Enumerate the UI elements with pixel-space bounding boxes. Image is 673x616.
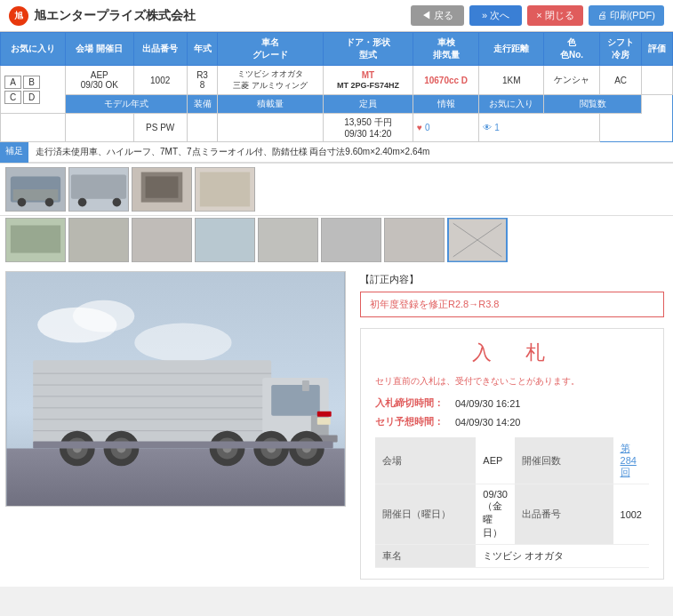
kaikai-label: 開催回数	[515, 437, 613, 484]
view-count-subheader: 閲覧数	[544, 95, 642, 114]
thumb-3[interactable]	[132, 167, 192, 212]
load-subheader: 積載量	[218, 95, 323, 114]
bid-deadline-row: 入札締切時間： 04/09/30 16:21	[375, 396, 649, 410]
load-value	[187, 114, 218, 142]
model-year-value	[1, 114, 66, 142]
abcd-cell: A B C D	[1, 66, 66, 114]
lot-detail-value: 1002	[613, 484, 649, 545]
detail-table: 会場 AEP 開催回数 第284回 開催日（曜日） 09/30（金曜日） 出品番…	[375, 437, 649, 568]
carname-header: 車名グレード	[218, 33, 323, 66]
thumb-10[interactable]	[321, 218, 381, 262]
svg-rect-11	[146, 176, 179, 197]
bid-seri-value: 04/09/30 14:20	[455, 417, 520, 428]
svg-rect-19	[259, 219, 317, 262]
view-count-value: 👁 1	[479, 114, 600, 142]
thumb-8[interactable]	[195, 218, 255, 262]
shift-value: AC	[599, 66, 641, 95]
correction-header: 【訂正内容】	[360, 273, 664, 286]
thumb-4[interactable]	[195, 167, 255, 212]
venue-detail-value: AEP	[476, 437, 515, 484]
venue-value: AEP 09/30 OK	[66, 66, 134, 95]
header-buttons: ◀ 戻る » 次へ × 閉じる 🖨 印刷(PDF)	[411, 5, 664, 26]
thumb-9[interactable]	[258, 218, 318, 262]
color-value: ケンシャ	[544, 66, 600, 95]
bid-title: 入 札	[375, 340, 649, 366]
bid-deadline-value: 04/09/30 16:21	[455, 398, 520, 409]
main-vehicle-image	[5, 271, 346, 507]
svg-rect-57	[33, 442, 332, 449]
eval-value	[642, 66, 673, 95]
thumb-6[interactable]	[68, 218, 129, 262]
date-detail-value: 09/30（金曜日）	[476, 484, 515, 545]
thumbnail-strip-2	[0, 216, 673, 266]
header: 旭 旭エンタープライズ株式会社 ◀ 戻る » 次へ × 閉じる 🖨 印刷(PDF…	[0, 0, 673, 32]
correction-text: 初年度登録を修正R2.8→R3.8	[360, 292, 664, 317]
bid-section: 入 札 セリ直前の入札は、受付できないことがあります。 入札締切時間： 04/0…	[360, 328, 664, 580]
thumb-12[interactable]	[447, 218, 508, 262]
print-button[interactable]: 🖨 印刷(PDF)	[589, 5, 664, 26]
abcd-grid: A B C D	[4, 76, 40, 104]
lot-header: 出品番号	[133, 33, 187, 66]
svg-rect-17	[132, 219, 191, 262]
svg-rect-20	[322, 219, 381, 262]
distance-header: 走行距離	[479, 33, 544, 66]
door-value: MTMT 2PG-FS74HZ	[323, 66, 413, 95]
svg-rect-38	[271, 385, 320, 416]
date-row: 開催日（曜日） 09/30（金曜日） 出品番号 1002	[375, 484, 649, 545]
svg-point-4	[45, 198, 54, 207]
thumb-11[interactable]	[384, 218, 445, 262]
kaikai-value[interactable]: 第284回	[613, 437, 649, 484]
svg-point-28	[73, 300, 134, 332]
next-button[interactable]: » 次へ	[469, 5, 522, 26]
bid-deadline-label: 入札締切時間：	[375, 396, 455, 410]
lot-detail-label: 出品番号	[515, 484, 613, 545]
bid-warning: セリ直前の入札は、受付できないことがあります。	[375, 375, 649, 388]
right-panel: 【訂正内容】 初年度登録を修正R2.8→R3.8 入 札 セリ直前の入札は、受付…	[351, 266, 673, 587]
heart-icon: ♥	[417, 123, 422, 132]
info-subheader: 情報	[413, 95, 479, 114]
vehicle-info-table: お気に入り 会場 開催日 出品番号 年式 車名グレード ドア・形状型式 車検排気…	[0, 32, 673, 142]
year-header: 年式	[187, 33, 218, 66]
close-button[interactable]: × 閉じる	[527, 5, 582, 26]
svg-point-7	[78, 198, 87, 207]
svg-point-3	[18, 198, 27, 207]
venue-header: 会場 開催日	[66, 33, 134, 66]
d-box: D	[23, 91, 40, 104]
fav-count-value: ♥ 0	[413, 114, 479, 142]
main-image-area	[0, 266, 351, 587]
svg-rect-21	[385, 219, 444, 262]
equipment-subheader: 装備	[187, 95, 218, 114]
svg-rect-18	[196, 219, 254, 262]
inspection-value: 10670cc D	[413, 66, 479, 95]
thumb-1[interactable]	[5, 167, 66, 212]
supplement-text: 走行済未使用車、ハイルーフ、7MT、7点ミラーオイル付、防錆仕様 両台寸法9.6…	[28, 142, 673, 163]
svg-point-8	[113, 198, 122, 207]
inspection-header: 車検排気量	[413, 33, 479, 66]
car-name-detail-label: 車名	[375, 545, 476, 568]
svg-rect-58	[317, 412, 332, 417]
svg-rect-41	[317, 418, 331, 425]
a-box: A	[4, 76, 21, 89]
bid-seri-label: セリ予想時間：	[375, 415, 455, 428]
fav-header: お気に入り	[1, 33, 66, 66]
prev-button[interactable]: ◀ 戻る	[411, 5, 464, 26]
vehicle-info-section: お気に入り 会場 開催日 出品番号 年式 車名グレード ドア・形状型式 車検排気…	[0, 32, 673, 142]
year-value: R38	[187, 66, 218, 95]
thumb-7[interactable]	[132, 218, 192, 262]
company-name: 旭エンタープライズ株式会社	[34, 8, 196, 24]
shift-header: シフト冷房	[599, 33, 641, 66]
eval-header: 評価	[642, 33, 673, 66]
thumb-5[interactable]	[5, 218, 66, 262]
color-header: 色色No.	[544, 33, 600, 66]
svg-point-29	[134, 324, 231, 363]
b-box: B	[23, 76, 40, 89]
thumb-2[interactable]	[68, 167, 129, 212]
venue-row: 会場 AEP 開催回数 第284回	[375, 437, 649, 484]
lot-value: 1002	[133, 66, 187, 95]
fav-count-subheader: お気に入り	[479, 95, 544, 114]
price-value: 13,950 千円 09/30 14:20	[323, 114, 413, 142]
svg-rect-15	[11, 226, 60, 253]
car-name-detail-value: ミツビシ オオガタ	[476, 545, 649, 568]
bid-seri-row: セリ予想時間： 04/09/30 14:20	[375, 415, 649, 428]
c-box: C	[4, 91, 21, 104]
